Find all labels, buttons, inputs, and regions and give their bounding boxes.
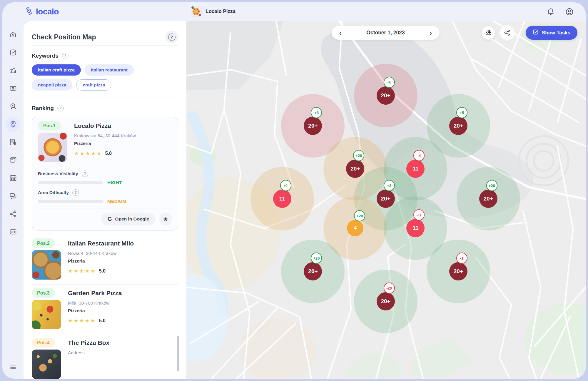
logo-text: localo [36,7,59,16]
sidebar-item-stats[interactable] [6,63,20,78]
panel-scrollbar[interactable] [177,336,179,371]
position-map-panel: Check Position Map ? Keywords ? italian … [24,21,186,379]
sidebar-item-share[interactable] [6,207,20,222]
share-button[interactable] [500,26,514,40]
visibility-progress [38,181,103,184]
position-bubble[interactable]: 20++20 [479,190,497,208]
position-bubble[interactable]: 4+20 [347,220,363,236]
position-value: 11 [279,195,285,202]
difficulty-status: MEDIUM [107,199,126,204]
position-bubble[interactable]: 20++6 [377,86,395,105]
difficulty-help-icon[interactable]: ? [72,189,79,196]
position-value: 11 [412,225,418,231]
account-icon[interactable] [565,7,574,16]
position-bubble[interactable]: 20++20 [346,160,364,178]
sidebar-item-messages[interactable] [6,189,20,204]
sidebar-item-audit[interactable] [6,135,20,150]
change-badge: +20 [311,253,322,264]
filter-button[interactable] [482,26,495,40]
position-bubble[interactable]: 20++8 [304,117,322,135]
position-bubble[interactable]: 11+1 [273,190,291,208]
sidebar-item-calendar[interactable] [6,171,20,186]
position-value: 20+ [381,298,390,305]
bell-icon[interactable] [546,7,555,16]
business-title: Italian Restaurant Milo [68,240,178,247]
show-tasks-button[interactable]: Show Tasks [526,26,577,40]
business-address: Krakowska 64, 30-444 Kraków [74,133,172,138]
keyword-chips: italian craft pizza Italian restaurant n… [32,64,178,98]
visibility-help-icon[interactable]: ? [82,171,88,177]
position-map[interactable]: 20++620++820++520++2011-411+120++220++20… [186,21,586,379]
posts-icon [9,156,17,165]
position-bubble[interactable]: 11-4 [406,160,425,178]
change-badge: -1 [456,253,467,264]
position-value: 20+ [454,268,463,275]
page-title: Check Position Map [32,33,96,41]
open-in-google-button[interactable]: G Open in Google [101,213,156,225]
position-bubble[interactable]: 20++2 [377,190,395,208]
sidebar-item-position-map[interactable] [6,117,20,132]
sidebar-item-posts[interactable] [6,153,20,168]
business-name: Localo Pizza [206,9,235,14]
keywords-help-icon[interactable]: ? [62,53,69,59]
change-badge: +20 [486,180,497,191]
business-address: Miła, 30-700 Kraków [68,300,178,306]
divider [38,166,172,166]
rating-value: 5.0 [99,268,106,274]
position-badge: Pos.1 [38,121,61,131]
ranking-item-pos4[interactable]: Pos.4 The Pizza Box Address [32,334,178,379]
business-title: Garden Park Pizza [68,290,178,297]
position-bubble[interactable]: 20+-20 [377,292,395,310]
business-photo [32,300,61,329]
keyword-chip[interactable]: Italian restaurant [85,64,134,76]
page-help-button[interactable]: ? [165,31,178,44]
position-value: 20+ [454,123,463,129]
sidebar-item-billing[interactable] [6,225,20,240]
business-switcher[interactable]: Localo Pizza [191,6,235,17]
business-category: Pizzeria [68,308,178,313]
sidebar-menu-toggle[interactable] [6,360,20,375]
sidebar-item-tasks[interactable] [6,46,20,60]
favorite-button[interactable]: ★ [159,213,172,225]
messages-icon [9,192,17,201]
keyword-chip[interactable]: neapoli pizza [32,79,72,91]
divider [31,45,178,46]
star-rating-icons: ★★★★★ [68,317,96,324]
business-address: Nowa 4, 30-444 Kraków [68,251,178,256]
share-network-icon [9,210,17,219]
keyword-chip-outlined[interactable]: craft pizza [76,79,111,91]
visibility-label: Business Visibility [38,171,78,176]
ranking-item-pos2[interactable]: Pos.2 Italian Restaurant Milo Nowa 4, 30… [32,235,178,284]
ranking-help-icon[interactable]: ? [57,105,64,111]
business-avatar [191,6,202,17]
business-photo [32,350,61,379]
next-date-button[interactable]: › [429,30,433,36]
position-value: 20+ [308,268,318,275]
keyword-chip-active[interactable]: italian craft pizza [32,64,81,76]
prev-date-button[interactable]: ‹ [338,30,343,36]
position-value: 20+ [484,195,493,202]
position-bubble[interactable]: 11-11 [406,219,425,237]
sidebar-item-visibility[interactable] [6,81,20,96]
change-badge: +8 [311,107,322,118]
position-value: 4 [354,225,357,231]
ranking-card-pos1[interactable]: Pos.1 Localo Pizza Krakowska 64, 30-444 … [32,117,178,230]
app-window: localo Localo Pizza [2,2,586,379]
visibility-status: HIGHT [107,180,122,185]
sidebar-item-keyword-search[interactable] [6,99,20,114]
sliders-icon [485,29,492,37]
business-title: The Pizza Box [68,339,178,346]
business-photo [38,133,67,162]
position-map-icon [9,120,17,129]
divider [31,98,178,98]
logo[interactable]: localo [24,6,59,17]
current-date: October 1, 2023 [366,30,405,36]
difficulty-label: Area Difficulty [38,190,69,195]
change-badge: +6 [384,77,395,88]
position-bubble[interactable]: 20+-1 [449,262,467,280]
ranking-item-pos3[interactable]: Pos.3 Garden Park Pizza Miła, 30-700 Kra… [32,285,178,334]
position-bubble[interactable]: 20++5 [449,117,467,135]
position-bubble[interactable]: 20++20 [304,262,322,280]
difficulty-progress [38,200,103,203]
sidebar-item-home[interactable] [6,28,20,42]
